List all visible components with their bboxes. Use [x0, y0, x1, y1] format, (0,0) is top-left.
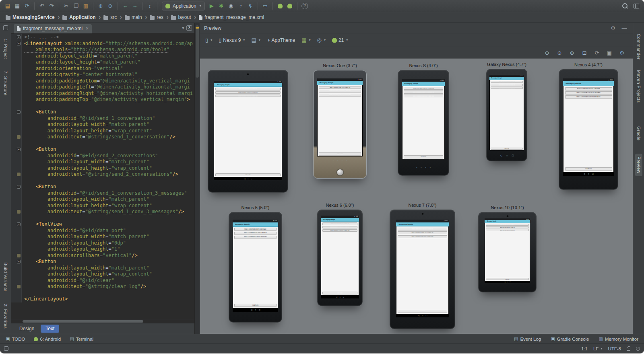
zoom-actual-icon[interactable]: ⊙: [555, 48, 564, 57]
fold-icon[interactable]: −: [17, 260, 21, 263]
render-settings-icon[interactable]: ⚙: [617, 48, 626, 57]
zoom-in-icon[interactable]: ⊕: [568, 48, 576, 57]
tab-text[interactable]: Text: [41, 325, 59, 333]
code-editor[interactable]: +<!-- ... -->−<LinearLayout xmlns:androi…: [11, 33, 194, 319]
paste-icon[interactable]: ▥: [81, 2, 90, 10]
close-icon[interactable]: ×: [86, 26, 89, 31]
device-buttons: SEND 1 CONVERSATION WITH 1 MESSAGESEND 2…: [321, 222, 359, 232]
terminal-tab[interactable]: ▤Terminal: [70, 336, 93, 341]
orientation-selector[interactable]: ▯▾: [204, 36, 213, 45]
toolwindow-toggle-icon[interactable]: [4, 346, 8, 351]
copy-icon[interactable]: ❐: [72, 2, 80, 10]
refresh-icon[interactable]: ⟳: [592, 48, 601, 57]
attach-debugger-icon[interactable]: ↯: [246, 2, 255, 10]
compile-icon[interactable]: ↕: [145, 2, 154, 10]
event-log-tab[interactable]: ▤Event Log: [514, 336, 541, 341]
config-selector[interactable]: ▤▾: [250, 36, 261, 45]
monitor-icon[interactable]: ▭: [261, 2, 270, 10]
locale-selector[interactable]: ◎▾: [316, 36, 327, 45]
toolbar-separator: [34, 2, 35, 10]
forward-icon[interactable]: →: [130, 2, 139, 10]
sdk-manager-icon[interactable]: [276, 2, 285, 10]
help-icon[interactable]: ?: [301, 3, 308, 9]
fold-icon[interactable]: −: [17, 110, 21, 114]
fold-icon[interactable]: −: [17, 148, 21, 151]
tool-button-maven-projects[interactable]: Maven Projects: [635, 67, 642, 105]
editor-count[interactable]: 3: [186, 25, 192, 31]
splitter[interactable]: [194, 23, 200, 334]
breadcrumb-item-main[interactable]: main: [123, 14, 144, 21]
tool-button-1-project[interactable]: 1: Project: [2, 36, 9, 62]
device-nexus-5: ▮5:00Messaging SampleSEND 1 CONVERSATION…: [229, 212, 282, 323]
tool-button-gradle[interactable]: Gradle: [635, 123, 642, 143]
fold-icon[interactable]: −: [17, 185, 21, 189]
run-config-selector[interactable]: Application ▾: [162, 2, 205, 10]
encoding[interactable]: UTF-8: [608, 346, 621, 351]
horizontal-scrollbar[interactable]: [11, 319, 194, 323]
device-selector[interactable]: ▯Nexus 9▾: [217, 36, 246, 45]
code-line: android:layout_height="wrap_content": [11, 128, 194, 134]
code-line: android:layout_height="match_parent": [11, 59, 194, 66]
breadcrumb-item-res[interactable]: res: [148, 14, 165, 21]
avd-manager-icon[interactable]: [285, 2, 294, 10]
zoom-in-icon[interactable]: ⊕: [96, 2, 105, 10]
todo-tab[interactable]: ▣TODO: [6, 336, 25, 341]
line-separator[interactable]: LF ▾: [593, 346, 602, 351]
search-icon[interactable]: [622, 3, 628, 9]
tool-button-preview[interactable]: Preview: [635, 154, 642, 176]
redo-icon[interactable]: ↷: [47, 2, 56, 10]
save-icon[interactable]: ▦: [13, 2, 22, 10]
undo-icon[interactable]: ↶: [37, 2, 46, 10]
tool-button-7-structure[interactable]: 7: Structure: [2, 68, 9, 99]
tab-design[interactable]: Design: [14, 325, 39, 333]
api-selector[interactable]: 21▾: [331, 36, 349, 45]
recents-soft-key: □: [510, 281, 510, 283]
breadcrumb-item-fragment-message-me-xml[interactable]: fragment_message_me.xml: [197, 14, 266, 21]
battery-icon: ▮: [520, 75, 520, 76]
device-time: 5:00: [441, 80, 444, 81]
screenshot-icon[interactable]: ▣: [605, 48, 614, 57]
profiler-icon[interactable]: ◔: [236, 2, 245, 10]
theme-selector[interactable]: ◑AppTheme: [266, 36, 297, 45]
code-text: android:paddingTop="@dimen/activity_vert…: [22, 97, 190, 103]
android-tab[interactable]: 6: Android: [34, 337, 61, 341]
zoom-fit-icon[interactable]: ⊡: [580, 48, 589, 57]
zoom-out-icon[interactable]: ⊖: [106, 2, 115, 10]
cut-icon[interactable]: ✂: [62, 2, 71, 10]
breadcrumb-item-src[interactable]: src: [102, 14, 118, 21]
editor-tab[interactable]: fragment_message_me.xml ×: [14, 24, 92, 33]
hide-tabs-icon[interactable]: ▼: [182, 26, 185, 30]
back-icon[interactable]: ←: [121, 2, 130, 10]
device-nav-bar: ◁○□: [233, 308, 278, 312]
vertical-scrollbar[interactable]: [196, 25, 199, 78]
preview-settings-icon[interactable]: ⚙: [609, 24, 617, 33]
hide-icon[interactable]: —: [620, 24, 629, 33]
device-time: 5:00: [445, 220, 448, 222]
tool-button-commander[interactable]: Commander: [635, 31, 642, 62]
sync-icon[interactable]: ⟳: [23, 2, 31, 10]
open-icon[interactable]: ▤: [3, 2, 12, 10]
unfold-icon[interactable]: +: [17, 35, 21, 39]
code-text: android:layout_height="wrap_content": [22, 128, 152, 134]
app-button: SEND 1 CONVERSATION WITH 1 MESSAGE: [322, 222, 358, 225]
fold-icon[interactable]: −: [17, 42, 21, 45]
tool-button-build-variants[interactable]: Build Variants: [2, 259, 9, 294]
lock-icon[interactable]: [627, 348, 630, 351]
toolwindow-icon[interactable]: [3, 25, 8, 30]
breadcrumb-item-application[interactable]: Application: [61, 14, 97, 21]
coverage-icon[interactable]: ◉: [227, 2, 235, 10]
breadcrumb-item-messagingservice[interactable]: MessagingService: [4, 14, 56, 21]
memory-monitor-tab[interactable]: ▥Memory Monitor: [599, 336, 638, 341]
caret-position[interactable]: 1:1: [581, 346, 588, 351]
zoom-out-icon[interactable]: ⊖: [543, 48, 551, 57]
background-tasks-icon[interactable]: [636, 347, 640, 351]
breadcrumb-item-layout[interactable]: layout: [169, 14, 192, 21]
panels-icon[interactable]: [634, 4, 639, 8]
gradle-console-tab[interactable]: ▣Gradle Console: [551, 336, 589, 341]
run-icon[interactable]: ▶: [207, 2, 216, 10]
tool-button-2-favorites[interactable]: 2: Favorites: [2, 301, 9, 331]
debug-icon[interactable]: ✱: [217, 2, 226, 10]
activity-selector[interactable]: ▦▾: [300, 36, 312, 45]
fold-icon[interactable]: −: [17, 222, 21, 226]
scrollbar-thumb[interactable]: [23, 320, 143, 323]
